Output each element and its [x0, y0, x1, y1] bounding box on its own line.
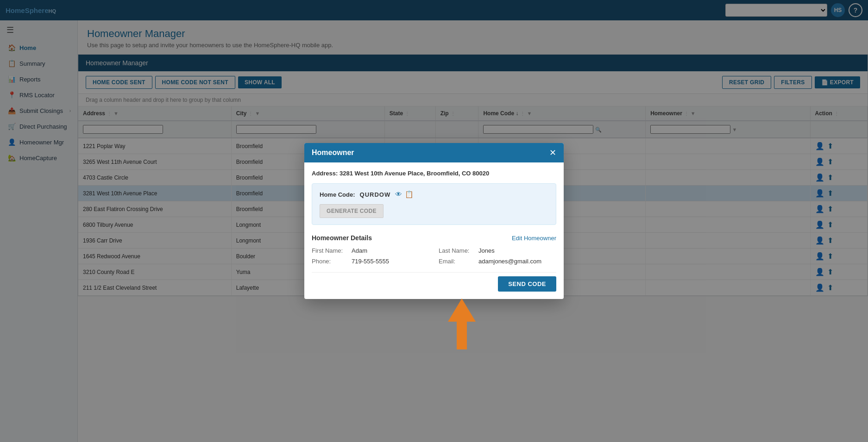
phone-label: Phone:	[312, 258, 349, 265]
edit-homeowner-link[interactable]: Edit Homeowner	[512, 235, 556, 242]
modal-footer: SEND CODE	[312, 272, 556, 292]
home-code-value: QURDOW	[360, 191, 391, 198]
generate-code-button[interactable]: GENERATE CODE	[320, 204, 384, 218]
modal-header: Homeowner ✕	[304, 143, 564, 162]
last-name-row: Last Name: Jones	[439, 247, 556, 254]
homeowner-details-section: Homeowner Details Edit Homeowner First N…	[312, 232, 556, 292]
modal-body: Address: 3281 West 10th Avenue Place, Br…	[304, 162, 564, 299]
first-name-value: Adam	[352, 247, 367, 254]
home-code-label: Home Code:	[320, 191, 355, 198]
address-label: Address:	[312, 170, 338, 177]
home-code-row: Home Code: QURDOW 👁 📋	[320, 190, 548, 199]
homeowner-details-title: Homeowner Details	[312, 234, 372, 242]
phone-row: Phone: 719-555-5555	[312, 258, 429, 265]
homeowner-details-header: Homeowner Details Edit Homeowner	[312, 234, 556, 242]
copy-icon[interactable]: 📋	[405, 190, 414, 199]
home-code-icons: 👁 📋	[395, 190, 414, 199]
last-name-value: Jones	[478, 247, 495, 254]
send-code-button[interactable]: SEND CODE	[498, 276, 556, 292]
modal-address: Address: 3281 West 10th Avenue Place, Br…	[312, 170, 556, 177]
modal-title: Homeowner	[312, 149, 354, 157]
address-value: 3281 West 10th Avenue Place, Broomfield,…	[340, 170, 489, 177]
email-row: Email: adamjones@gmail.com	[439, 258, 556, 265]
phone-value: 719-555-5555	[352, 258, 389, 265]
modal-overlay[interactable]: Homeowner ✕ Address: 3281 West 10th Aven…	[0, 0, 868, 442]
email-value: adamjones@gmail.com	[478, 258, 541, 265]
modal-close-button[interactable]: ✕	[549, 149, 556, 157]
detail-grid: First Name: Adam Last Name: Jones Phone:…	[312, 247, 556, 265]
first-name-row: First Name: Adam	[312, 247, 429, 254]
first-name-label: First Name:	[312, 247, 349, 254]
home-code-section: Home Code: QURDOW 👁 📋 GENERATE CODE	[312, 183, 556, 225]
eye-icon[interactable]: 👁	[395, 190, 402, 199]
last-name-label: Last Name:	[439, 247, 476, 254]
email-label: Email:	[439, 258, 476, 265]
homeowner-modal: Homeowner ✕ Address: 3281 West 10th Aven…	[304, 143, 564, 299]
